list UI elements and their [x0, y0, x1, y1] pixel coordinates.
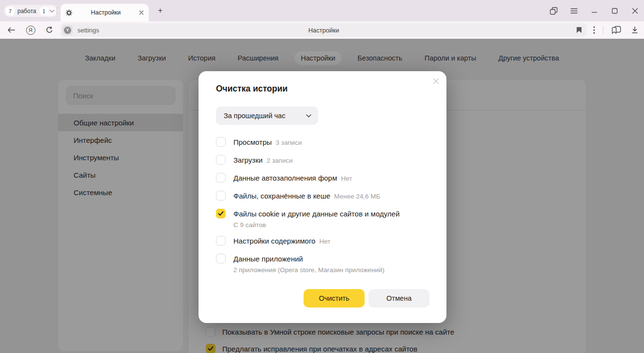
history-category-text: Загрузки2 записи — [233, 155, 292, 166]
history-category-row[interactable]: Настройки содержимогоНет — [216, 236, 429, 246]
history-category-row[interactable]: Файлы cookie и другие данные сайтов и мо… — [216, 209, 429, 229]
history-category-list: Просмотры3 записиЗагрузки2 записиДанные … — [216, 137, 429, 281]
checkbox-unchecked[interactable] — [216, 155, 226, 165]
history-category-meta: Менее 24,6 МБ — [334, 193, 380, 200]
history-category-label: Файлы cookie и другие данные сайтов и мо… — [233, 209, 399, 219]
address-bar-value: settings — [77, 27, 99, 34]
collections-icon[interactable] — [611, 21, 622, 39]
back-icon[interactable] — [6, 21, 16, 39]
history-category-label: Загрузки2 записи — [233, 155, 292, 166]
tab-close-icon[interactable] — [139, 10, 144, 15]
history-category-text: Данные автозаполнения формНет — [233, 173, 352, 184]
history-category-meta: Нет — [319, 238, 330, 245]
cancel-button[interactable]: Отмена — [368, 289, 429, 307]
checkbox-checked[interactable] — [216, 209, 226, 218]
toolbar-divider — [603, 21, 603, 39]
checkbox-unchecked[interactable] — [216, 137, 226, 147]
checkbox-unchecked[interactable] — [216, 236, 226, 246]
maximize-icon[interactable] — [611, 7, 619, 15]
page-favicon: Y — [62, 25, 73, 35]
tab-settings[interactable]: Настройки — [61, 4, 149, 21]
history-category-text: Данные приложений2 приложения (Opera sto… — [233, 254, 384, 274]
tabstrip-divider — [57, 7, 57, 15]
chevron-down-icon — [306, 114, 311, 118]
address-toolbar: Я Y settings Настройки — [0, 21, 644, 39]
time-range-value: За прошедший час — [224, 112, 306, 120]
history-category-meta: 2 записи — [266, 157, 292, 164]
history-category-row[interactable]: Загрузки2 записи — [216, 155, 429, 166]
tab-group-collapse-control[interactable]: 1 — [39, 6, 57, 16]
history-category-text: Настройки содержимогоНет — [233, 236, 330, 246]
history-category-meta: 3 записи — [276, 139, 302, 146]
history-category-text: Файлы cookie и другие данные сайтов и мо… — [233, 209, 399, 229]
history-category-subtext: С 9 сайтов — [233, 221, 399, 229]
tab-group-count-badge: 7 — [6, 7, 15, 15]
history-category-row[interactable]: Данные автозаполнения формНет — [216, 173, 429, 184]
chevron-down-icon — [49, 10, 54, 13]
tab-group[interactable]: 7 работа 1 — [4, 5, 58, 17]
close-window-icon[interactable] — [631, 7, 639, 15]
history-category-row[interactable]: Просмотры3 записи — [216, 137, 429, 148]
dialog-close-icon[interactable] — [431, 76, 441, 86]
dialog-title: Очистка истории — [216, 84, 288, 94]
new-tab-button[interactable]: + — [154, 4, 167, 17]
address-bar-page-title: Настройки — [61, 27, 587, 34]
clear-history-dialog: Очистка истории За прошедший час Просмот… — [199, 71, 446, 323]
tab-strip: 7 работа 1 Настройки — [0, 0, 644, 21]
refresh-icon[interactable] — [44, 21, 55, 39]
history-category-row[interactable]: Данные приложений2 приложения (Opera sto… — [216, 254, 429, 274]
history-category-label: Данные приложений — [233, 254, 384, 264]
history-category-meta: Нет — [341, 175, 352, 182]
tab-group-collapsed-badge: 1 — [40, 7, 48, 15]
gear-icon — [65, 9, 73, 16]
kebab-menu-icon[interactable] — [591, 21, 598, 39]
history-category-label: Файлы, сохранённые в кешеМенее 24,6 МБ — [233, 191, 380, 201]
bookmark-icon[interactable] — [576, 27, 582, 33]
browser-window: 7 работа 1 Настройки — [0, 0, 644, 353]
tab-title: Настройки — [73, 9, 139, 16]
dialog-buttons: Очистить Отмена — [304, 289, 429, 307]
window-controls — [550, 4, 639, 17]
checkbox-unchecked[interactable] — [216, 173, 226, 183]
clear-button[interactable]: Очистить — [304, 289, 365, 307]
tab-group-label: работа — [17, 8, 36, 15]
minimize-icon[interactable] — [590, 7, 598, 15]
history-category-subtext: 2 приложения (Opera store, Магазин прило… — [233, 266, 384, 274]
checkbox-unchecked[interactable] — [216, 191, 226, 200]
yandex-logo-icon[interactable]: Я — [25, 21, 36, 39]
downloads-icon[interactable] — [629, 21, 640, 39]
history-category-label: Настройки содержимогоНет — [233, 236, 330, 246]
checkbox-unchecked[interactable] — [216, 254, 226, 263]
history-category-label: Данные автозаполнения формНет — [233, 173, 352, 184]
address-bar[interactable]: Y settings Настройки — [61, 23, 587, 37]
menu-icon[interactable] — [570, 7, 578, 15]
tab-panels-icon[interactable] — [550, 7, 558, 15]
history-category-row[interactable]: Файлы, сохранённые в кешеМенее 24,6 МБ — [216, 191, 429, 201]
history-category-text: Просмотры3 записи — [233, 137, 302, 148]
history-category-text: Файлы, сохранённые в кешеМенее 24,6 МБ — [233, 191, 380, 201]
time-range-select[interactable]: За прошедший час — [216, 107, 318, 125]
history-category-label: Просмотры3 записи — [233, 138, 302, 148]
